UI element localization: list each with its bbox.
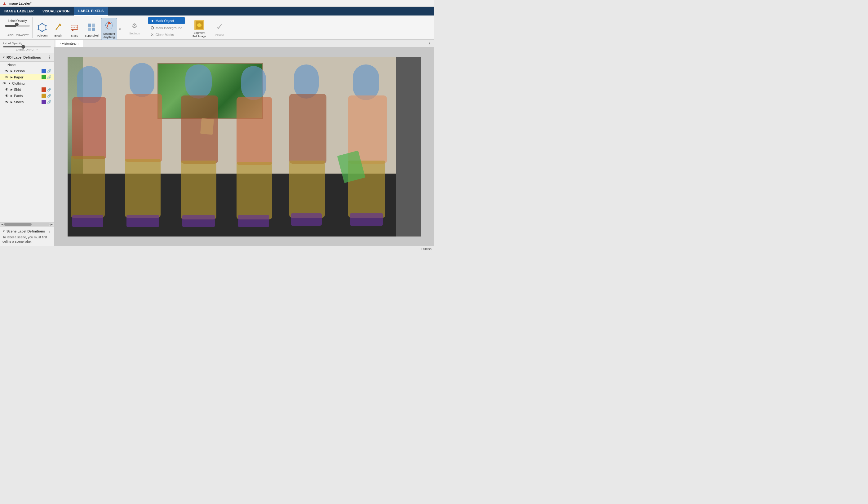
person5-pants-overlay [289,161,325,218]
person-expand-icon[interactable]: ▶ [11,70,13,73]
shoes-expand-icon[interactable]: ▶ [11,101,13,104]
settings-group: ⚙ Settings [124,17,145,38]
person2-head-overlay [130,63,154,97]
label-item-shoes[interactable]: 👁 ▶ Shoes 🔗 [0,99,54,105]
person-visibility-icon[interactable]: 👁 [5,69,9,73]
person5-head-overlay [294,64,319,99]
segment-anything-tool[interactable]: Segment Anything [101,18,117,40]
person2-shirt-overlay [125,94,162,162]
mark-object-label: Mark Object [156,19,174,23]
mark-object-icon: ● [151,18,154,23]
sidebar-h-scrollbar[interactable]: ◀ ▶ [0,222,54,227]
tab-options[interactable]: ⋮ [427,40,434,47]
person4-shoes-overlay [238,215,269,227]
menu-image-labeler[interactable]: IMAGE LABELER [0,7,38,16]
roi-options-btn[interactable]: ⋮ [47,55,51,60]
label-opacity-title: Label Opacity [8,19,27,23]
tools-dropdown[interactable]: ▼ [118,27,122,32]
pants-color-swatch [42,94,46,98]
segment-anything-label: Segment Anything [103,32,115,39]
shoes-color-swatch [42,100,46,104]
mark-background-btn[interactable]: Mark Background [148,25,185,31]
sidebar: Label Opacity LABEL OPACITY ▼ ROI Label … [0,40,54,246]
segment-full-image-icon [194,19,205,31]
pants-visibility-icon[interactable]: 👁 [5,94,9,98]
label-opacity-slider-container [3,46,51,48]
scrollbar-thumb[interactable] [4,223,32,226]
menu-visualization[interactable]: VISUALIZATION [38,7,74,16]
scrollbar-left-arrow[interactable]: ◀ [1,223,4,226]
visionteam-tab[interactable]: › visionteam [55,40,83,47]
label-item-pants[interactable]: 👁 ▶ Pants 🔗 [0,93,54,99]
segment-full-image-label: SegmentFull Image [193,31,206,38]
tab-label: visionteam [62,42,79,45]
polygon-label: Polygon [37,34,48,37]
person4-head-overlay [241,66,266,100]
superpixel-label: Superpixel [85,34,99,37]
none-label-text: None [8,63,16,66]
label-item-paper[interactable]: 👁 ▶ Paper 🔗 [0,74,54,80]
person1-shoes-overlay [72,215,103,227]
paper-expand-icon[interactable]: ▶ [11,76,13,79]
superpixel-icon [85,21,97,33]
image-container[interactable] [54,47,434,246]
shoes-link-icon[interactable]: 🔗 [47,100,51,104]
label-item-clothing[interactable]: 👁 ▼ Clothing [0,80,54,86]
superpixel-tool[interactable]: Superpixel [83,20,101,39]
shoes-visibility-icon[interactable]: 👁 [5,100,9,104]
roi-section-label: ROI Label Definitions [7,55,41,59]
photo-door [396,57,421,237]
paper-link-icon[interactable]: 🔗 [47,75,51,79]
app-title: Image Labeler* [8,1,32,5]
segment-full-image-btn[interactable]: SegmentFull Image [190,18,209,39]
scene-section-header[interactable]: ▼ Scene Label Definitions ⋮ [2,229,51,234]
label-scroll-area[interactable]: None 👁 ▶ Person 🔗 👁 ▶ Paper 🔗 👁 [0,62,54,222]
person2-shoes-overlay [126,215,159,227]
person-link-icon[interactable]: 🔗 [47,69,51,73]
label-opacity-section-label: LABEL OPACITY [3,48,51,51]
menu-bar: IMAGE LABELER VISUALIZATION LABEL PIXELS [0,7,434,16]
pants-expand-icon[interactable]: ▶ [11,94,13,97]
person1-shirt-overlay [72,97,106,159]
person4-pants-overlay [237,162,272,219]
content-area: › visionteam ⋮ [54,40,434,246]
clear-marks-label: Clear Marks [156,33,174,37]
none-label[interactable]: None [0,62,54,68]
shirt-link-icon[interactable]: 🔗 [47,88,51,92]
label-item-person[interactable]: 👁 ▶ Person 🔗 [0,68,54,74]
scene-options-btn[interactable]: ⋮ [47,229,51,234]
scrollbar-right-arrow[interactable]: ▶ [50,223,53,226]
person5-shoes-overlay [291,213,322,226]
mark-object-btn[interactable]: ● Mark Object [148,17,185,24]
accept-btn[interactable]: ✓ Accept [211,20,228,38]
shirt-color-swatch [42,88,46,92]
status-text: Publish [421,247,432,251]
scrollbar-track[interactable] [4,223,50,226]
svg-marker-0 [39,23,46,31]
label-opacity-section: Label Opacity LABEL OPACITY [0,40,54,53]
brush-tool[interactable]: Brush [51,20,66,39]
clothing-visibility-icon[interactable]: 👁 [2,81,6,85]
svg-rect-11 [88,28,91,31]
pants-link-icon[interactable]: 🔗 [47,94,51,98]
menu-label-pixels[interactable]: LABEL PIXELS [74,7,108,16]
status-bar: Publish [0,246,434,252]
label-opacity-slider[interactable] [3,46,51,48]
label-item-shirt[interactable]: 👁 ▶ Shirt 🔗 [0,86,54,93]
paper-item-2 [200,118,214,134]
shirt-expand-icon[interactable]: ▶ [11,88,13,91]
erase-tool[interactable]: Erase [67,20,82,39]
label-opacity-group: Label Opacity LABEL OPACITY [2,17,32,38]
clothing-expand-icon[interactable]: ▼ [8,82,11,85]
paper-visibility-icon[interactable]: 👁 [5,75,9,79]
person-label-text: Person [14,69,40,73]
clothing-label-text: Clothing [12,82,51,85]
roi-section-header[interactable]: ▼ ROI Label Definitions ⋮ [0,53,54,61]
polygon-tool[interactable]: Polygon [34,20,50,39]
clear-marks-btn[interactable]: ✕ Clear Marks [148,32,185,38]
settings-btn[interactable]: ⚙ Settings [126,19,143,36]
slider-thumb[interactable] [21,45,25,49]
label-opacity-slider[interactable] [5,24,30,28]
person2-pants-overlay [125,159,161,218]
shirt-visibility-icon[interactable]: 👁 [5,88,9,92]
